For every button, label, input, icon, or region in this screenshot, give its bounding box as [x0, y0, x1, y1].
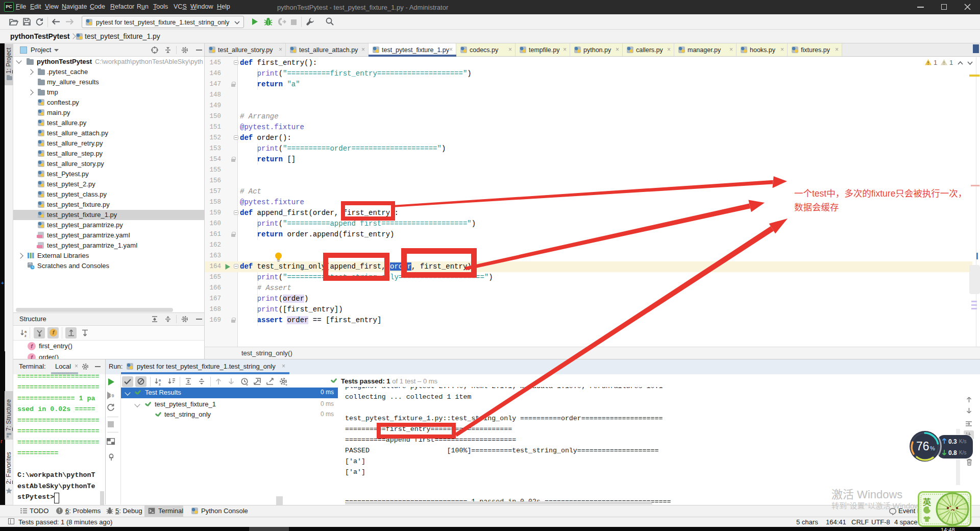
svg-text:%: % — [930, 445, 935, 451]
svg-text:0.8: 0.8 — [948, 449, 957, 456]
svg-text:K/s: K/s — [959, 439, 966, 444]
svg-text:K/s: K/s — [959, 450, 966, 455]
svg-text:0.3: 0.3 — [948, 438, 957, 445]
svg-text:76: 76 — [916, 440, 929, 453]
